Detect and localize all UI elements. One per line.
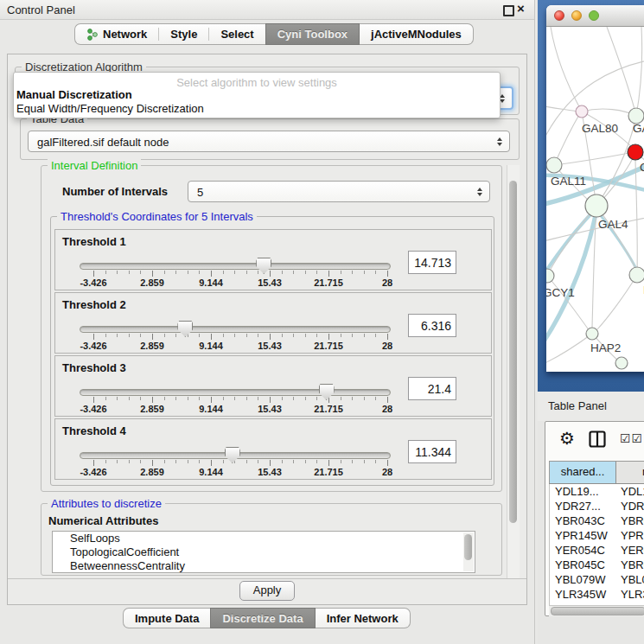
tick-label: -3.426	[80, 404, 106, 414]
cell-shared-name[interactable]: YDR27...	[550, 499, 619, 513]
cell-name[interactable]: YLR3	[619, 587, 644, 602]
tab-cyni-toolbox[interactable]: Cyni Toolbox	[266, 28, 359, 41]
column-header-name[interactable]: na	[616, 462, 644, 483]
right-section: GAL80GACGAL11GAL4GCY1HHAP2 Table Panel ⚙…	[538, 0, 644, 644]
tab-impute-data[interactable]: Impute Data	[124, 612, 210, 625]
cell-name[interactable]: YER0	[619, 543, 644, 558]
tab-discretize-data[interactable]: Discretize Data	[211, 612, 314, 625]
attributes-scrollbar[interactable]	[463, 532, 474, 571]
attribute-list-item[interactable]: TopologicalCoefficient	[53, 545, 475, 559]
tick-label: 28	[382, 341, 392, 351]
tick-label: 21.715	[314, 404, 343, 414]
threshold-4-value-field[interactable]: 11.344	[408, 440, 456, 463]
table-row[interactable]: YDL19...YDL1	[550, 484, 644, 499]
gear-icon[interactable]: ⚙	[559, 429, 575, 448]
cell-shared-name[interactable]: YPR145W	[550, 528, 619, 543]
network-node[interactable]	[585, 194, 608, 217]
network-node[interactable]	[546, 157, 562, 173]
numerical-attributes-list[interactable]: SelfLoopsTopologicalCoefficientBetweenne…	[52, 531, 475, 573]
tab-style[interactable]: Style	[158, 28, 208, 41]
tab-infer-network[interactable]: Infer Network	[316, 612, 410, 625]
tab-select[interactable]: Select	[208, 28, 265, 41]
network-canvas[interactable]: GAL80GACGAL11GAL4GCY1HHAP2	[546, 27, 644, 372]
checkbox-icons[interactable]: ☑☑	[620, 431, 643, 445]
tab-network[interactable]: Network	[75, 28, 158, 41]
apply-button[interactable]: Apply	[239, 581, 295, 601]
float-window-icon[interactable]	[503, 5, 514, 16]
threshold-2-value-field[interactable]: 6.316	[408, 314, 456, 337]
table-row[interactable]: YDR27...YDR2	[550, 499, 644, 513]
tick-label: 2.859	[140, 404, 164, 414]
minimize-traffic-light-icon[interactable]	[571, 10, 582, 21]
slider-tick-labels: -3.4262.8599.14415.4321.71528	[93, 341, 387, 351]
number-of-intervals-label: Number of Intervals	[62, 185, 168, 198]
network-node[interactable]	[615, 357, 628, 369]
table-row[interactable]: YBR045CYBR0	[550, 558, 644, 572]
tick-label: 28	[382, 277, 392, 288]
slider-track[interactable]	[80, 326, 391, 333]
cell-shared-name[interactable]: YLR345W	[550, 587, 619, 602]
tick-label: 21.715	[314, 277, 343, 288]
interval-definition-group: Interval Definition Number of Intervals …	[41, 165, 502, 492]
tick-label: -3.426	[80, 277, 106, 288]
table-row[interactable]: YBR043CYBR0	[550, 513, 644, 528]
table-row[interactable]: YPR145WYPR1	[550, 528, 644, 543]
scrollbar-thumb[interactable]	[551, 607, 644, 615]
network-node[interactable]	[629, 267, 644, 283]
cell-shared-name[interactable]: YBR045C	[550, 558, 619, 572]
table-data-combobox[interactable]: galFiltered.sif default node	[28, 131, 510, 152]
table-row[interactable]: YER054CYER0	[550, 543, 644, 558]
cell-name[interactable]: YPR1	[619, 528, 644, 543]
tab-segment-right: jActiveMNodules	[360, 23, 474, 45]
attributes-group: Attributes to discretize Numerical Attri…	[41, 503, 502, 576]
attribute-list-item[interactable]: SelfLoops	[53, 532, 475, 545]
cell-name[interactable]: YBR0	[619, 513, 644, 528]
popup-item-manual-discretization[interactable]: Manual Discretization	[16, 88, 497, 101]
threshold-1-value-field[interactable]: 14.713	[408, 251, 456, 274]
control-panel: Control Panel × Network Style Select	[0, 0, 535, 644]
tick-label: 21.715	[314, 467, 343, 477]
bottom-tab-segment-left: Impute Data	[123, 608, 210, 628]
cell-shared-name[interactable]: YER054C	[550, 543, 619, 558]
network-node[interactable]	[576, 105, 588, 118]
tick-label: 15.43	[258, 341, 282, 351]
slider-ticks	[93, 334, 387, 341]
combo-arrows-icon	[477, 188, 482, 196]
divider	[8, 578, 526, 579]
slider-track[interactable]	[80, 263, 391, 270]
table-horizontal-scrollbar[interactable]	[549, 605, 644, 616]
cell-name[interactable]: YDL1	[619, 484, 644, 499]
table-row[interactable]: YBL079WYBL0	[550, 572, 644, 587]
close-traffic-light-icon[interactable]	[554, 10, 564, 21]
popup-item-equal-width-frequency[interactable]: Equal Width/Frequency Discretization	[16, 102, 497, 115]
network-node[interactable]	[546, 269, 554, 283]
table-row[interactable]: YLR345WYLR3	[550, 587, 644, 602]
network-node-label: GA	[633, 122, 644, 135]
cyni-main-panel: Discretization Algorithm Select algorith…	[7, 54, 527, 605]
network-node[interactable]	[586, 328, 598, 340]
cell-name[interactable]: YDR2	[619, 499, 644, 513]
network-node[interactable]	[628, 144, 643, 160]
screen: Control Panel × Network Style Select	[0, 0, 644, 644]
threshold-3-value-field[interactable]: 21.4	[408, 377, 456, 400]
desktop-background: GAL80GACGAL11GAL4GCY1HHAP2	[538, 0, 644, 392]
cell-shared-name[interactable]: YDL19...	[550, 484, 619, 499]
cell-shared-name[interactable]: YBR043C	[550, 513, 619, 528]
column-header-shared[interactable]: shared...	[549, 462, 616, 483]
cell-shared-name[interactable]: YBL079W	[550, 572, 619, 587]
number-of-intervals-combobox[interactable]: 5	[188, 181, 490, 202]
close-icon[interactable]: ×	[517, 1, 525, 16]
threshold-2-box: Threshold 2 6.316 -3.4262.8599.14415.432…	[54, 292, 492, 354]
column-layout-icon[interactable]	[589, 430, 606, 448]
slider-track[interactable]	[80, 389, 391, 396]
attribute-list-item[interactable]: BetweennessCentrality	[53, 559, 475, 573]
scrollbar-thumb[interactable]	[509, 181, 517, 523]
slider-tick-labels: -3.4262.8599.14415.4321.71528	[93, 404, 387, 414]
zoom-traffic-light-icon[interactable]	[589, 10, 599, 21]
table-data-group: Table Data galFiltered.sif default node	[20, 118, 520, 160]
tab-jactivemnodules[interactable]: jActiveMNodules	[360, 28, 473, 41]
settings-scrollbar[interactable]	[507, 165, 520, 578]
bottom-tab-segment-right: Infer Network	[316, 608, 411, 628]
cell-name[interactable]: YBR0	[619, 558, 644, 572]
cell-name[interactable]: YBL0	[619, 572, 644, 587]
